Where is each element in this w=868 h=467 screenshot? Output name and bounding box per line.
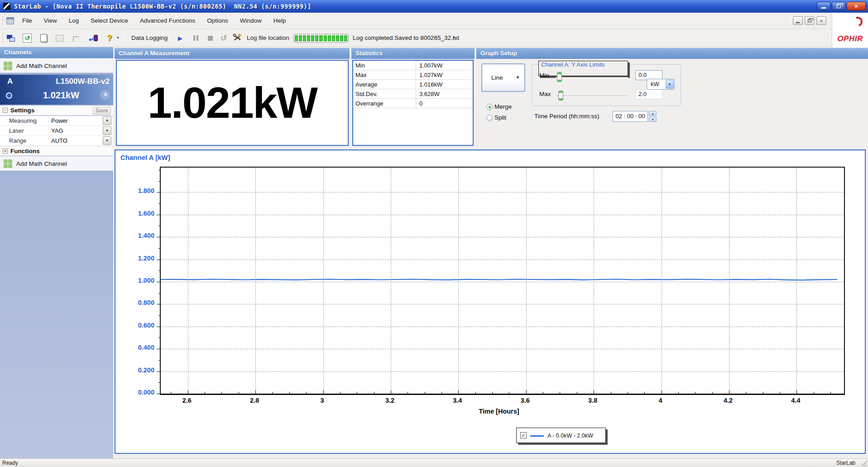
stats-row-max: Max1.027kW	[353, 70, 473, 80]
merge-radio[interactable]	[486, 104, 493, 110]
functions-section-header[interactable]: + Functions	[0, 146, 113, 156]
dropdown-arrow-icon[interactable]: ▼	[103, 126, 111, 135]
status-app-name: StarLab	[836, 459, 855, 467]
menubar-grip[interactable]	[1, 15, 3, 26]
measurement-header: Channel A Measurement	[115, 48, 350, 59]
refresh-button[interactable]: ↺	[21, 32, 34, 44]
measurement-value: 1.021kW	[117, 61, 348, 145]
y-minor-tick	[158, 170, 160, 170]
menu-item-view[interactable]: View	[38, 13, 63, 29]
settings-section-header[interactable]: − Settings Save	[0, 106, 113, 116]
y-axis-limits-title: Channel A: Y Axis Limits	[538, 61, 628, 76]
y-min-slider-track[interactable]	[556, 77, 628, 78]
page-icon	[40, 34, 47, 42]
unit-combobox[interactable]: kW ▼	[647, 79, 675, 90]
x-gridline	[662, 168, 662, 394]
legend[interactable]: ✓ A - 0.0kW - 2.0kW	[516, 428, 606, 443]
mdi-restore-button[interactable]	[805, 16, 815, 25]
y-max-slider-handle[interactable]	[558, 91, 563, 101]
plot-area[interactable]	[160, 167, 845, 395]
menu-item-log[interactable]: Log	[63, 13, 85, 29]
x-minor-tick	[560, 392, 560, 394]
help-button[interactable]: ?	[103, 32, 116, 44]
add-math-channel-button[interactable]: Add Math Channel	[0, 58, 113, 73]
x-minor-tick	[814, 392, 814, 394]
stat-value: 3.628W	[416, 89, 473, 99]
expand-plus-icon[interactable]: +	[3, 149, 8, 154]
menu-item-file[interactable]: File	[16, 13, 38, 29]
mdi-close-button[interactable]: ×	[816, 16, 826, 25]
connect-device-button[interactable]: ↵	[87, 32, 100, 44]
x-major-tick	[594, 390, 594, 394]
undo-icon: ↺	[221, 34, 227, 43]
mdi-window-buttons: ×	[793, 16, 826, 25]
statistics-box: Min1.007kWMax1.027kWAverage1.016kWStd.De…	[352, 60, 474, 146]
mdi-minimize-icon	[796, 22, 800, 23]
log-settings-button[interactable]	[231, 32, 244, 44]
log-stop-button	[204, 32, 216, 44]
menu-item-advanced-functions[interactable]: Advanced Functions	[134, 13, 201, 29]
channel-id: A	[7, 77, 13, 86]
toolbar-dropdown-icon[interactable]: ▾	[117, 35, 119, 40]
minimize-button[interactable]	[817, 2, 830, 10]
y-tick-label: 1.600	[126, 210, 154, 217]
add-math-channel-icon	[4, 62, 12, 70]
line-type-combobox[interactable]: Line ▼	[481, 63, 525, 92]
spin-down-icon[interactable]: ▼	[649, 117, 657, 122]
restore-button[interactable]	[832, 2, 845, 10]
menu-item-options[interactable]: Options	[201, 13, 234, 29]
toolbar: ↺ ↵ ? ▾ Data Logging ▶	[0, 29, 831, 47]
log-options-dropdown-icon[interactable]: ▾	[453, 35, 455, 40]
chart-panel: Channel A [kW] ✓ A - 0.0kW - 2.0kW 2.62.…	[115, 149, 866, 454]
add-math-channel-label: Add Math Channel	[16, 157, 67, 171]
radio-selected-dot	[489, 106, 491, 108]
x-minor-tick	[441, 392, 442, 394]
y-max-input[interactable]: 2.0	[635, 89, 662, 99]
x-minor-tick	[239, 392, 239, 394]
toolbar-grip[interactable]	[1, 33, 3, 43]
y-min-slider-handle[interactable]	[557, 72, 562, 82]
menu-item-select-device[interactable]: Select Device	[85, 13, 134, 29]
x-major-tick	[796, 390, 797, 394]
collapse-minus-icon[interactable]: −	[3, 108, 8, 113]
x-major-tick	[526, 390, 527, 394]
new-page-button[interactable]	[37, 32, 50, 44]
setting-label: Range	[9, 136, 26, 146]
minimize-icon	[821, 7, 826, 9]
resize-grip[interactable]	[861, 460, 867, 466]
menu-item-window[interactable]: Window	[234, 13, 268, 29]
status-separator	[813, 460, 814, 466]
menu-item-help[interactable]: Help	[268, 13, 292, 29]
progress-segment	[295, 35, 298, 41]
select-device-button[interactable]	[5, 32, 17, 44]
app-icon	[3, 3, 10, 10]
x-minor-tick	[221, 392, 222, 394]
y-gridline	[161, 282, 844, 282]
close-button[interactable]: ×	[847, 2, 866, 10]
spin-up-icon[interactable]: ▲	[649, 111, 657, 116]
x-gridline	[729, 168, 729, 394]
unit-value: kW	[651, 79, 659, 89]
dropdown-arrow-icon[interactable]: ▼	[103, 116, 111, 125]
channel-radio-icon[interactable]	[6, 92, 12, 99]
channel-card-a[interactable]: A L1500W-BB-v2 1.021kW »	[0, 75, 113, 105]
split-radio[interactable]	[486, 115, 493, 121]
time-period-input[interactable]: 02 : 00 : 00	[613, 111, 648, 122]
legend-checkbox[interactable]: ✓	[520, 432, 527, 438]
data-logging-label: Data Logging	[131, 29, 168, 47]
mdi-restore-icon	[808, 19, 811, 22]
x-minor-tick	[509, 392, 509, 394]
mdi-minimize-button[interactable]	[793, 16, 803, 25]
stats-row-average: Average1.016kW	[353, 80, 473, 89]
add-math-channel-button-2[interactable]: Add Math Channel	[0, 156, 113, 171]
y-max-slider-track[interactable]	[556, 96, 628, 96]
dropdown-arrow-icon[interactable]: ▼	[103, 136, 111, 145]
x-minor-tick	[475, 392, 476, 394]
collapse-channel-button[interactable]: »	[100, 90, 110, 100]
log-play-button[interactable]: ▶	[174, 32, 187, 44]
progress-segment	[315, 35, 318, 41]
x-gridline	[323, 168, 324, 394]
chart-view-button-disabled	[53, 32, 66, 44]
progress-segment	[303, 35, 306, 41]
y-minor-tick	[158, 181, 160, 182]
